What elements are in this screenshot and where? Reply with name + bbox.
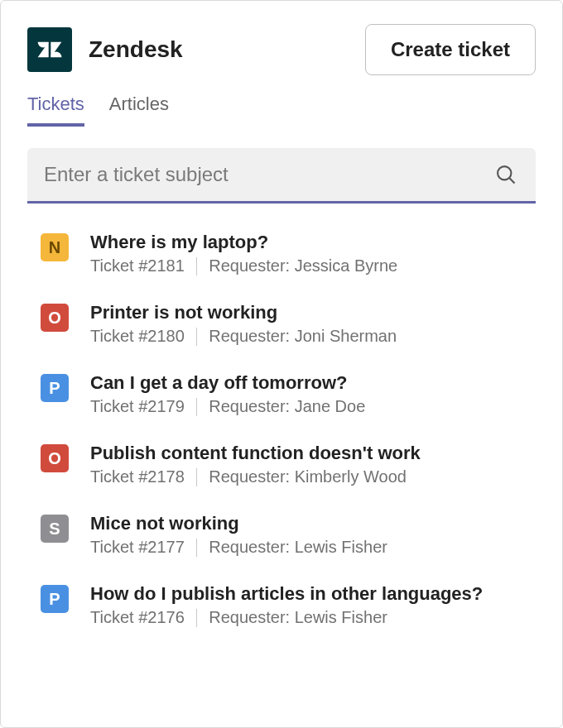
header: Zendesk Create ticket — [27, 24, 536, 75]
search-wrap — [27, 148, 536, 204]
ticket-requester: Requester: Lewis Fisher — [209, 608, 387, 627]
ticket-content: How do I publish articles in other langu… — [90, 583, 536, 627]
status-badge: N — [41, 233, 69, 261]
meta-divider — [196, 468, 198, 486]
meta-divider — [196, 257, 198, 275]
tabs: Tickets Articles — [27, 93, 536, 127]
tab-tickets[interactable]: Tickets — [27, 93, 84, 127]
tab-articles[interactable]: Articles — [109, 93, 169, 127]
ticket-title: Mice not working — [90, 513, 536, 534]
ticket-title: Publish content function doesn't work — [90, 443, 536, 464]
ticket-requester: Requester: Kimberly Wood — [209, 467, 407, 486]
app-title: Zendesk — [89, 36, 183, 63]
ticket-content: Where is my laptop?Ticket #2181Requester… — [90, 232, 536, 275]
ticket-requester: Requester: Jessica Byrne — [209, 256, 397, 275]
ticket-number: Ticket #2179 — [90, 397, 185, 416]
ticket-number: Ticket #2177 — [90, 538, 185, 557]
ticket-title: Printer is not working — [90, 302, 536, 323]
ticket-content: Mice not workingTicket #2177Requester: L… — [90, 513, 536, 557]
ticket-content: Printer is not workingTicket #2180Reques… — [90, 302, 536, 346]
header-left: Zendesk — [27, 27, 183, 72]
ticket-number: Ticket #2178 — [90, 467, 185, 486]
ticket-number: Ticket #2181 — [90, 256, 185, 275]
ticket-content: Publish content function doesn't workTic… — [90, 443, 536, 486]
ticket-row[interactable]: PCan I get a day off tomorrow?Ticket #21… — [41, 372, 536, 416]
ticket-row[interactable]: OPublish content function doesn't workTi… — [41, 443, 536, 486]
ticket-row[interactable]: SMice not workingTicket #2177Requester: … — [41, 513, 536, 557]
ticket-title: Where is my laptop? — [90, 232, 536, 253]
ticket-meta: Ticket #2178Requester: Kimberly Wood — [90, 467, 536, 486]
meta-divider — [196, 328, 198, 346]
ticket-meta: Ticket #2181Requester: Jessica Byrne — [90, 256, 536, 275]
status-badge: O — [41, 304, 69, 332]
ticket-number: Ticket #2180 — [90, 327, 185, 346]
status-badge: O — [41, 444, 69, 472]
ticket-title: How do I publish articles in other langu… — [90, 583, 536, 605]
ticket-content: Can I get a day off tomorrow?Ticket #217… — [90, 372, 536, 416]
ticket-meta: Ticket #2176Requester: Lewis Fisher — [90, 608, 536, 627]
ticket-requester: Requester: Lewis Fisher — [209, 538, 387, 557]
create-ticket-button[interactable]: Create ticket — [365, 24, 536, 75]
status-badge: P — [41, 374, 69, 402]
ticket-title: Can I get a day off tomorrow? — [90, 372, 536, 394]
ticket-meta: Ticket #2177Requester: Lewis Fisher — [90, 538, 536, 557]
zendesk-panel: Zendesk Create ticket Tickets Articles N… — [0, 0, 563, 728]
status-badge: P — [41, 585, 69, 613]
ticket-list: NWhere is my laptop?Ticket #2181Requeste… — [27, 232, 536, 627]
status-badge: S — [41, 515, 69, 543]
ticket-meta: Ticket #2180Requester: Joni Sherman — [90, 327, 536, 346]
ticket-number: Ticket #2176 — [90, 608, 185, 627]
meta-divider — [196, 609, 198, 627]
meta-divider — [196, 539, 198, 557]
zendesk-logo-icon — [27, 27, 72, 72]
ticket-row[interactable]: OPrinter is not workingTicket #2180Reque… — [41, 302, 536, 346]
ticket-meta: Ticket #2179Requester: Jane Doe — [90, 397, 536, 416]
search-input[interactable] — [27, 148, 536, 204]
ticket-requester: Requester: Jane Doe — [209, 397, 365, 416]
ticket-row[interactable]: NWhere is my laptop?Ticket #2181Requeste… — [41, 232, 536, 275]
meta-divider — [196, 398, 198, 416]
ticket-row[interactable]: PHow do I publish articles in other lang… — [41, 583, 536, 627]
ticket-requester: Requester: Joni Sherman — [209, 327, 397, 346]
